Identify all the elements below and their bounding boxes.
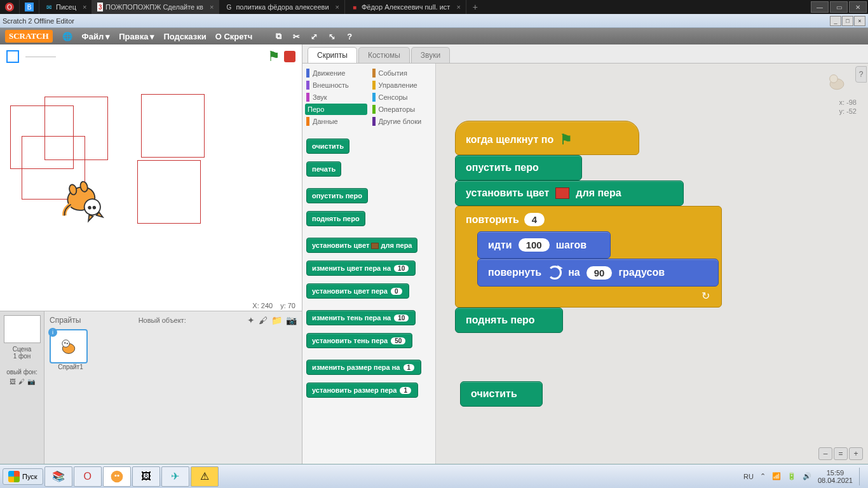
stage-canvas[interactable] <box>0 66 302 298</box>
tab-costumes[interactable]: Костюмы <box>358 47 410 63</box>
help-panel-toggle[interactable]: ? <box>855 66 867 83</box>
camera-icon[interactable]: 📷 <box>27 378 35 385</box>
block-set-pen-color[interactable]: установить цвет для пера <box>455 180 684 206</box>
start-button[interactable]: Пуск <box>3 468 43 485</box>
language-indicator[interactable]: RU <box>743 473 754 480</box>
taskbar-item-alert[interactable]: ⚠ <box>191 466 219 487</box>
stage-thumbnail[interactable] <box>4 315 41 343</box>
scratch-logo[interactable]: SCRATCH <box>5 30 53 43</box>
degrees-input[interactable]: 90 <box>587 266 613 280</box>
grow-icon[interactable]: ⤢ <box>308 30 320 42</box>
browser-tab[interactable]: ✉Писец× <box>39 0 92 14</box>
volume-icon[interactable]: 🔊 <box>803 472 811 480</box>
library-icon[interactable]: ✦ <box>247 315 255 325</box>
close-icon[interactable]: × <box>456 3 460 11</box>
repeat-count-input[interactable]: 4 <box>524 213 545 226</box>
library-icon[interactable]: 🖼 <box>10 378 16 385</box>
palette-block-clear[interactable]: очистить <box>306 139 349 154</box>
app-close-button[interactable]: × <box>854 16 865 26</box>
zoom-in-button[interactable]: + <box>849 447 863 460</box>
browser-tab[interactable]: O <box>0 0 20 14</box>
menu-edit[interactable]: Правка ▾ <box>119 32 154 41</box>
palette-block-pen-up[interactable]: поднять перо <box>306 211 365 226</box>
stamp-icon[interactable]: ⧉ <box>273 30 284 42</box>
category-data[interactable]: Данные <box>305 116 367 127</box>
browser-tab[interactable]: 3ПОЖПОПОЖПЖ Сделайте кв× <box>92 0 219 14</box>
sprite-on-stage[interactable] <box>53 173 111 230</box>
category-operators[interactable]: Операторы <box>371 104 433 115</box>
taskbar-item-scratch[interactable] <box>103 466 131 487</box>
block-when-flag-clicked[interactable]: когда щелкнут по ⚑ <box>455 121 639 155</box>
stop-icon[interactable] <box>284 51 295 62</box>
browser-tab[interactable]: ■Фёдор Алексеевич null. ист× <box>345 0 466 14</box>
palette-block-set-size[interactable]: установить размер пера 1 <box>306 383 418 398</box>
tray-chevron-icon[interactable]: ⌃ <box>760 472 766 480</box>
maximize-button[interactable]: ▭ <box>830 1 848 13</box>
block-repeat[interactable]: повторить 4 идти 100 шагов повернуть <box>455 206 722 308</box>
scissors-icon[interactable]: ✂ <box>290 30 302 42</box>
project-name-input[interactable] <box>25 57 56 57</box>
help-icon[interactable]: ? <box>344 30 355 42</box>
browser-tab[interactable]: Gполитика фёдора алексееви× <box>219 0 345 14</box>
color-swatch[interactable] <box>555 187 569 199</box>
menu-about[interactable]: О Скретч <box>215 32 253 41</box>
taskbar-item-winrar[interactable]: 📚 <box>44 466 72 487</box>
palette-block-set-color-swatch[interactable]: установить цвет для пера <box>306 238 417 253</box>
script-stack-detached[interactable]: очистить <box>460 381 543 407</box>
browser-tab[interactable]: B <box>20 0 39 14</box>
category-more[interactable]: Другие блоки <box>371 116 433 127</box>
show-desktop-button[interactable] <box>859 468 865 485</box>
block-pen-down[interactable]: опустить перо <box>455 155 582 180</box>
globe-icon[interactable]: 🌐 <box>62 30 73 42</box>
category-events[interactable]: События <box>371 67 433 79</box>
taskbar-item-photos[interactable]: 🖼 <box>132 466 160 487</box>
camera-icon[interactable]: 📷 <box>286 315 297 325</box>
block-move-steps[interactable]: идти 100 шагов <box>477 231 611 259</box>
tab-sounds[interactable]: Звуки <box>411 47 450 63</box>
paint-icon[interactable]: 🖌 <box>18 378 25 385</box>
palette-block-change-shade[interactable]: изменить тень пера на 10 <box>306 310 416 325</box>
script-area[interactable]: ? x: -98 y: -52 когда щелкнут по ⚑ опуст… <box>436 64 868 464</box>
palette-block-change-color[interactable]: изменить цвет пера на 10 <box>306 261 416 276</box>
app-maximize-button[interactable]: □ <box>842 16 853 26</box>
close-icon[interactable]: × <box>336 3 339 11</box>
fullscreen-icon[interactable] <box>6 50 19 63</box>
palette-block-set-shade[interactable]: установить тень пера 50 <box>306 333 412 348</box>
battery-icon[interactable]: 🔋 <box>787 472 796 480</box>
palette-block-stamp[interactable]: печать <box>306 161 341 177</box>
app-minimize-button[interactable]: _ <box>830 16 841 26</box>
category-motion[interactable]: Движение <box>305 67 367 79</box>
tab-scripts[interactable]: Скрипты <box>308 47 357 63</box>
palette-block-pen-down[interactable]: опустить перо <box>306 188 368 203</box>
block-turn-degrees[interactable]: повернуть на 90 градусов <box>477 259 719 287</box>
category-control[interactable]: Управление <box>371 79 433 91</box>
steps-input[interactable]: 100 <box>519 238 550 252</box>
category-sensing[interactable]: Сенсоры <box>371 92 433 103</box>
taskbar-item-telegram[interactable]: ✈ <box>161 466 189 487</box>
wifi-icon[interactable]: 📶 <box>772 472 781 480</box>
zoom-reset-button[interactable]: = <box>834 447 848 460</box>
palette-block-change-size[interactable]: изменить размер пера на 1 <box>306 360 421 375</box>
category-looks[interactable]: Внешность <box>305 79 367 91</box>
menu-tips[interactable]: Подсказки <box>163 32 206 41</box>
zoom-out-button[interactable]: – <box>818 447 832 460</box>
block-pen-up[interactable]: поднять перо <box>455 308 563 333</box>
shrink-icon[interactable]: ⤡ <box>326 30 337 42</box>
new-tab-button[interactable]: + <box>466 2 484 12</box>
sprite-item[interactable]: i Спрайт1 <box>50 329 92 370</box>
palette-block-set-color[interactable]: установить цвет пера 0 <box>306 283 409 299</box>
green-flag-icon[interactable]: ⚑ <box>268 48 280 65</box>
menu-file[interactable]: Файл ▾ <box>82 32 111 41</box>
clock[interactable]: 15:59 08.04.2021 <box>818 469 853 484</box>
minimize-button[interactable]: — <box>811 1 829 13</box>
taskbar-item-opera[interactable]: O <box>74 466 102 487</box>
info-icon[interactable]: i <box>48 328 57 337</box>
category-pen[interactable]: Перо <box>305 104 367 115</box>
close-button[interactable]: ✕ <box>849 1 867 13</box>
close-icon[interactable]: × <box>210 3 214 11</box>
close-icon[interactable]: × <box>83 3 86 11</box>
block-clear[interactable]: очистить <box>460 381 543 407</box>
upload-icon[interactable]: 📁 <box>271 315 282 325</box>
category-sound[interactable]: Звук <box>305 92 367 103</box>
script-stack-main[interactable]: когда щелкнут по ⚑ опустить перо установ… <box>455 121 722 333</box>
